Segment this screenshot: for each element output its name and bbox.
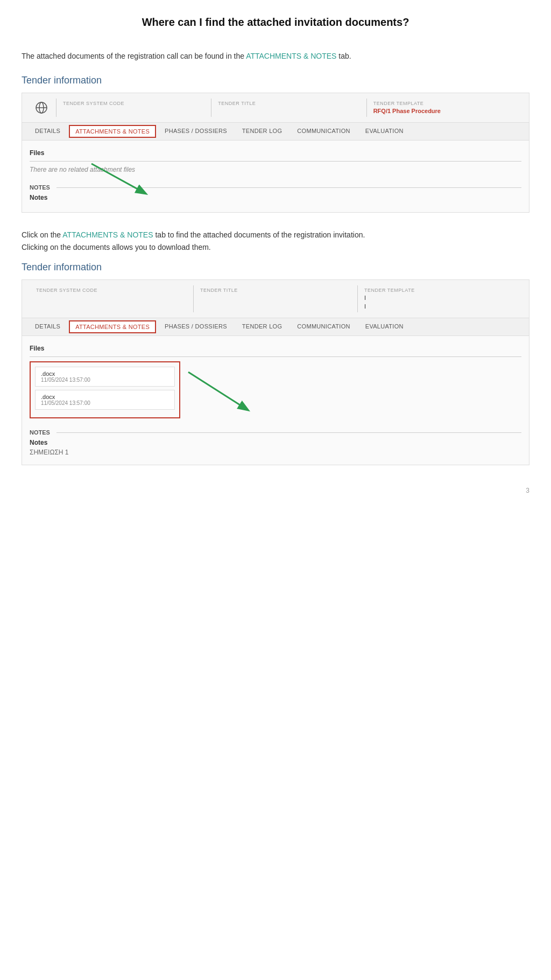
instruction-line2: tab to find the attached documents of th…: [155, 230, 365, 239]
intro-paragraph: The attached documents of the registrati…: [22, 50, 529, 62]
tab-content-1: Files There are no related attachment fi…: [22, 141, 529, 212]
notes-section-2: NOTES Notes ΣΗΜΕΙΩΣΗ 1: [30, 429, 521, 456]
files-section-1: Files There are no related attachment fi…: [30, 149, 521, 173]
system-code-label: TENDER SYSTEM CODE: [63, 101, 204, 106]
tab-attachments-1[interactable]: ATTACHMENTS & NOTES: [69, 125, 156, 138]
tab-evaluation-2[interactable]: EVALUATION: [358, 318, 411, 335]
files-container: .docx 11/05/2024 13:57:00 .docx 11/05/20…: [30, 361, 180, 418]
instruction-text: Click on the ATTACHMENTS & NOTES tab to …: [22, 229, 529, 253]
page-title: Where can I find the attached invitation…: [22, 16, 529, 29]
tab-phases-2[interactable]: PHASES / DOSSIERS: [157, 318, 235, 335]
globe-icon: [35, 101, 48, 114]
notes-value-label-1: Notes: [30, 194, 521, 201]
notes-label-2: NOTES: [30, 429, 50, 436]
instruction-line1: Click on the: [22, 230, 61, 239]
tender-section-title-1: Tender information: [22, 75, 529, 86]
tender-template-cell-2: TENDER TEMPLATE I I: [358, 285, 521, 312]
tab-phases-1[interactable]: PHASES / DOSSIERS: [157, 123, 235, 140]
tabs-row-2: DETAILS ATTACHMENTS & NOTES PHASES / DOS…: [22, 318, 529, 336]
notes-label-1: NOTES: [30, 184, 50, 191]
tender-header-2: TENDER SYSTEM CODE TENDER TITLE TENDER T…: [22, 280, 529, 318]
file2-name: .docx: [41, 394, 169, 400]
notes-value: ΣΗΜΕΙΩΣΗ 1: [30, 449, 521, 456]
page-number: 3: [22, 487, 529, 494]
tender-template-label: TENDER TEMPLATE: [373, 101, 515, 106]
files-label-2: Files: [30, 345, 521, 352]
no-files-text: There are no related attachment files: [30, 166, 521, 173]
tender-title-cell-2: TENDER TITLE: [194, 285, 358, 312]
file1-date: 11/05/2024 13:57:00: [41, 377, 169, 383]
notes-line-1: [56, 187, 521, 188]
file-item-1[interactable]: .docx 11/05/2024 13:57:00: [35, 367, 175, 387]
system-code-cell: TENDER SYSTEM CODE: [56, 99, 211, 117]
tabs-row-1: DETAILS ATTACHMENTS & NOTES PHASES / DOS…: [22, 123, 529, 141]
tender-template-value-2: I I: [364, 295, 366, 310]
globe-cell: [30, 99, 56, 117]
tender-template-label-2: TENDER TEMPLATE: [364, 288, 515, 293]
notes-section-1: NOTES Notes: [30, 184, 521, 201]
files-divider-1: [30, 161, 521, 162]
files-section-2: Files .docx 11/05/2024 13:57:00 .docx 11…: [30, 345, 521, 418]
intro-text-end: tab.: [338, 52, 351, 60]
notes-line-2: [56, 432, 521, 433]
tab-attachments-2[interactable]: ATTACHMENTS & NOTES: [69, 320, 156, 333]
tab-communication-2[interactable]: COMMUNICATION: [289, 318, 357, 335]
tab-content-2: Files .docx 11/05/2024 13:57:00 .docx 11…: [22, 336, 529, 465]
system-code-cell-2: TENDER SYSTEM CODE: [30, 285, 194, 312]
notes-value-label-2: Notes: [30, 439, 521, 446]
tab-tender-log-1[interactable]: TENDER LOG: [235, 123, 290, 140]
notes-header-row-1: NOTES: [30, 184, 521, 191]
tender-box-2: TENDER SYSTEM CODE TENDER TITLE TENDER T…: [22, 279, 529, 465]
file2-date: 11/05/2024 13:57:00: [41, 400, 169, 406]
attachments-link-2[interactable]: ATTACHMENTS & NOTES: [62, 230, 153, 239]
file-item-2[interactable]: .docx 11/05/2024 13:57:00: [35, 390, 175, 410]
tender-template-cell: TENDER TEMPLATE RFQ/1 Phase Procedure: [367, 99, 521, 117]
attachments-link-1[interactable]: ATTACHMENTS & NOTES: [246, 52, 336, 60]
intro-text-start: The attached documents of the registrati…: [22, 52, 244, 60]
files-label-1: Files: [30, 149, 521, 157]
tab-evaluation-1[interactable]: EVALUATION: [358, 123, 411, 140]
tab-details-1[interactable]: DETAILS: [27, 123, 68, 140]
instruction-line3: Clicking on the documents allows you to …: [22, 243, 211, 251]
tender-section-title-2: Tender information: [22, 262, 529, 273]
tab-communication-1[interactable]: COMMUNICATION: [289, 123, 357, 140]
tender-template-value: RFQ/1 Phase Procedure: [373, 108, 441, 114]
tab-tender-log-2[interactable]: TENDER LOG: [235, 318, 290, 335]
system-code-label-2: TENDER SYSTEM CODE: [36, 288, 187, 293]
tender-section-2: Tender information TENDER SYSTEM CODE TE…: [22, 262, 529, 465]
tender-section-1: Tender information TENDER SYSTEM CODE TE…: [22, 75, 529, 213]
tender-header-1: TENDER SYSTEM CODE TENDER TITLE TENDER T…: [22, 93, 529, 123]
files-divider-2: [30, 356, 521, 357]
file1-name: .docx: [41, 370, 169, 377]
tender-title-label-2: TENDER TITLE: [200, 288, 351, 293]
tab-details-2[interactable]: DETAILS: [27, 318, 68, 335]
tender-box-1: TENDER SYSTEM CODE TENDER TITLE TENDER T…: [22, 93, 529, 213]
tender-title-label: TENDER TITLE: [218, 101, 359, 106]
tender-title-cell: TENDER TITLE: [211, 99, 366, 117]
notes-header-row-2: NOTES: [30, 429, 521, 436]
